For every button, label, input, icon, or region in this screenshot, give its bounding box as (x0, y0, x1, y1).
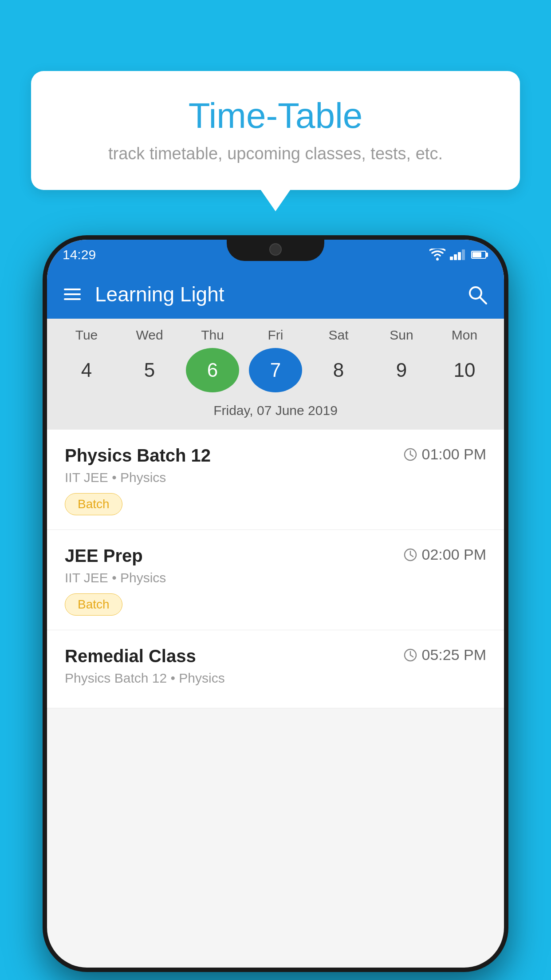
selected-date-label: Friday, 07 June 2019 (47, 399, 504, 425)
schedule-item-subtitle-0: IIT JEE • Physics (65, 470, 486, 485)
day-number-9[interactable]: 9 (375, 348, 428, 392)
day-number-6[interactable]: 6 (186, 348, 239, 392)
schedule-item-2[interactable]: Remedial Class05:25 PMPhysics Batch 12 •… (47, 630, 504, 708)
svg-line-8 (410, 555, 413, 557)
wifi-icon (429, 249, 445, 261)
phone-screen: 14:29 (47, 240, 504, 968)
day-header-mon: Mon (438, 328, 491, 343)
front-camera (269, 243, 282, 256)
schedule-item-subtitle-1: IIT JEE • Physics (65, 570, 486, 585)
day-number-7[interactable]: 7 (249, 348, 302, 392)
day-numbers[interactable]: 45678910 (47, 348, 504, 392)
tooltip-card: Time-Table track timetable, upcoming cla… (31, 71, 520, 190)
schedule-item-time-0: 01:00 PM (404, 446, 486, 463)
clock-icon (404, 548, 417, 561)
schedule-item-title-2: Remedial Class (65, 646, 404, 666)
day-header-sun: Sun (375, 328, 428, 343)
tooltip-subtitle: track timetable, upcoming classes, tests… (58, 144, 493, 163)
batch-badge-0: Batch (65, 493, 122, 515)
day-header-tue: Tue (60, 328, 113, 343)
batch-badge-1: Batch (65, 593, 122, 616)
schedule-item-title-0: Physics Batch 12 (65, 446, 404, 466)
svg-point-0 (436, 258, 439, 261)
phone-mockup: 14:29 (43, 235, 508, 972)
schedule-item-header-1: JEE Prep02:00 PM (65, 546, 486, 566)
status-icons (429, 249, 486, 261)
phone-frame: 14:29 (43, 235, 508, 972)
phone-notch (227, 235, 324, 261)
schedule-item-header-0: Physics Batch 1201:00 PM (65, 446, 486, 466)
day-header-sat: Sat (312, 328, 365, 343)
schedule-item-time-1: 02:00 PM (404, 546, 486, 563)
day-number-10[interactable]: 10 (438, 348, 491, 392)
svg-line-5 (410, 454, 413, 456)
day-header-wed: Wed (123, 328, 176, 343)
battery-icon (471, 251, 486, 259)
day-number-8[interactable]: 8 (312, 348, 365, 392)
schedule-item-time-2: 05:25 PM (404, 646, 486, 664)
schedule-item-0[interactable]: Physics Batch 1201:00 PMIIT JEE • Physic… (47, 430, 504, 530)
clock-icon (404, 448, 417, 461)
signal-icon (450, 249, 465, 260)
day-header-thu: Thu (186, 328, 239, 343)
schedule-list: Physics Batch 1201:00 PMIIT JEE • Physic… (47, 430, 504, 708)
day-header-fri: Fri (249, 328, 302, 343)
app-title: Learning Light (95, 282, 453, 306)
schedule-item-title-1: JEE Prep (65, 546, 404, 566)
app-bar: Learning Light (47, 270, 504, 319)
svg-line-11 (410, 655, 413, 657)
calendar-strip: TueWedThuFriSatSunMon 45678910 Friday, 0… (47, 319, 504, 430)
day-number-4[interactable]: 4 (60, 348, 113, 392)
status-time: 14:29 (63, 247, 96, 262)
day-number-5[interactable]: 5 (123, 348, 176, 392)
tooltip-title: Time-Table (58, 95, 493, 136)
search-icon[interactable] (467, 284, 487, 304)
day-headers: TueWedThuFriSatSunMon (47, 328, 504, 343)
schedule-item-1[interactable]: JEE Prep02:00 PMIIT JEE • PhysicsBatch (47, 530, 504, 630)
hamburger-menu-button[interactable] (64, 288, 81, 300)
svg-line-2 (480, 297, 486, 304)
schedule-item-subtitle-2: Physics Batch 12 • Physics (65, 671, 486, 686)
clock-icon (404, 648, 417, 662)
schedule-item-header-2: Remedial Class05:25 PM (65, 646, 486, 666)
